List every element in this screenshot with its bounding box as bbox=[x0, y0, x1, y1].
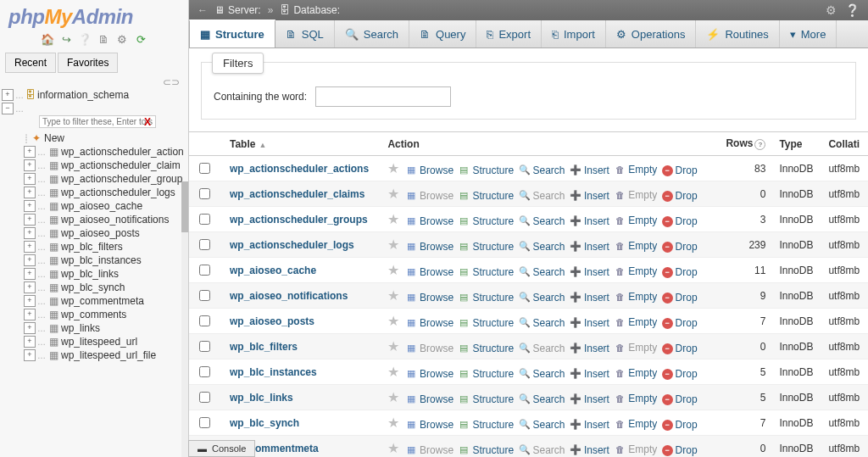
col-table[interactable]: Table▲ bbox=[223, 132, 381, 156]
table-name-link[interactable]: wp_actionscheduler_actions bbox=[230, 163, 369, 175]
help-icon[interactable]: ❔ bbox=[845, 3, 860, 17]
insert-action[interactable]: ➕Insert bbox=[570, 368, 609, 380]
settings-icon[interactable]: ⚙ bbox=[115, 32, 129, 46]
empty-action[interactable]: 🗑Empty bbox=[614, 164, 657, 176]
empty-action[interactable]: 🗑Empty bbox=[614, 316, 657, 328]
tab-query[interactable]: 🗎Query bbox=[409, 20, 476, 47]
drop-action[interactable]: −Drop bbox=[662, 317, 698, 329]
expand-icon[interactable]: + bbox=[24, 336, 36, 348]
insert-action[interactable]: ➕Insert bbox=[570, 215, 609, 227]
structure-action[interactable]: ▤Structure bbox=[458, 292, 514, 304]
tree-table-item[interactable]: wp_actionscheduler_group bbox=[61, 173, 182, 185]
favorite-star-icon[interactable]: ★ bbox=[387, 263, 399, 277]
drop-action[interactable]: −Drop bbox=[662, 393, 698, 405]
browse-action[interactable]: ▦Browse bbox=[405, 266, 453, 278]
row-checkbox[interactable] bbox=[199, 417, 210, 428]
tree-table-item[interactable]: wp_blc_filters bbox=[61, 241, 123, 253]
tab-structure[interactable]: ▦Structure bbox=[189, 20, 275, 47]
row-checkbox[interactable] bbox=[199, 188, 210, 199]
drop-action[interactable]: −Drop bbox=[662, 368, 698, 380]
row-checkbox[interactable] bbox=[199, 315, 210, 326]
search-action[interactable]: 🔍Search bbox=[519, 266, 565, 278]
tab-search[interactable]: 🔍Search bbox=[335, 20, 409, 47]
rows-help-icon[interactable]: ? bbox=[754, 139, 765, 150]
search-action[interactable]: 🔍Search bbox=[519, 343, 565, 354]
expand-icon[interactable]: + bbox=[2, 89, 14, 101]
row-checkbox[interactable] bbox=[199, 366, 210, 377]
empty-action[interactable]: 🗑Empty bbox=[614, 342, 657, 354]
empty-action[interactable]: 🗑Empty bbox=[614, 189, 657, 201]
expand-icon[interactable]: + bbox=[24, 241, 36, 253]
search-action[interactable]: 🔍Search bbox=[519, 215, 565, 227]
browse-action[interactable]: ▦Browse bbox=[405, 241, 453, 253]
favorite-star-icon[interactable]: ★ bbox=[387, 339, 399, 354]
col-collation[interactable]: Collati bbox=[821, 132, 868, 156]
expand-icon[interactable]: + bbox=[24, 254, 36, 266]
table-name-link[interactable]: wp_aioseo_notifications bbox=[230, 290, 348, 302]
drop-action[interactable]: −Drop bbox=[662, 343, 698, 354]
tree-table-item[interactable]: wp_litespeed_url bbox=[61, 336, 137, 348]
browse-action[interactable]: ▦Browse bbox=[405, 419, 453, 431]
tree-scrollbar[interactable] bbox=[181, 181, 188, 457]
empty-action[interactable]: 🗑Empty bbox=[614, 240, 657, 252]
browse-action[interactable]: ▦Browse bbox=[405, 393, 453, 405]
tab-operations[interactable]: ⚙Operations bbox=[606, 20, 697, 47]
browse-action[interactable]: ▦Browse bbox=[405, 343, 453, 354]
empty-action[interactable]: 🗑Empty bbox=[614, 291, 657, 303]
gear-icon[interactable]: ⚙ bbox=[826, 3, 837, 17]
logout-icon[interactable]: ↪ bbox=[59, 32, 73, 46]
recent-tab[interactable]: Recent bbox=[5, 53, 56, 73]
empty-action[interactable]: 🗑Empty bbox=[614, 367, 657, 379]
favorite-star-icon[interactable]: ★ bbox=[387, 161, 399, 176]
favorite-star-icon[interactable]: ★ bbox=[387, 212, 399, 226]
expand-icon[interactable]: + bbox=[24, 309, 36, 320]
browse-action[interactable]: ▦Browse bbox=[405, 444, 453, 456]
tree-table-item[interactable]: wp_actionscheduler_logs bbox=[61, 187, 175, 198]
browse-action[interactable]: ▦Browse bbox=[405, 215, 453, 227]
search-action[interactable]: 🔍Search bbox=[519, 419, 565, 431]
structure-action[interactable]: ▤Structure bbox=[458, 343, 514, 354]
tree-table-item[interactable]: wp_comments bbox=[61, 309, 126, 320]
table-name-link[interactable]: wp_actionscheduler_claims bbox=[230, 188, 364, 200]
insert-action[interactable]: ➕Insert bbox=[570, 444, 609, 456]
empty-action[interactable]: 🗑Empty bbox=[614, 215, 657, 226]
drop-action[interactable]: −Drop bbox=[662, 215, 698, 227]
favorites-tab[interactable]: Favorites bbox=[58, 53, 118, 73]
favorite-star-icon[interactable]: ★ bbox=[387, 314, 399, 328]
tree-table-item[interactable]: wp_aioseo_cache bbox=[61, 200, 142, 212]
db-item[interactable]: information_schema bbox=[37, 89, 129, 101]
structure-action[interactable]: ▤Structure bbox=[458, 444, 514, 456]
tab-sql[interactable]: 🗎SQL bbox=[275, 20, 335, 47]
favorite-star-icon[interactable]: ★ bbox=[387, 237, 399, 252]
favorite-star-icon[interactable]: ★ bbox=[387, 187, 399, 201]
table-name-link[interactable]: wp_blc_links bbox=[230, 392, 293, 404]
home-icon[interactable]: 🏠 bbox=[41, 32, 54, 46]
tree-table-item[interactable]: wp_blc_synch bbox=[61, 281, 125, 293]
database-crumb[interactable]: 🗄 Database: bbox=[280, 4, 340, 16]
sql-icon[interactable]: 🗎 bbox=[97, 32, 110, 46]
tab-more[interactable]: ▾More bbox=[780, 20, 837, 47]
new-table-link[interactable]: New bbox=[44, 132, 64, 144]
table-name-link[interactable]: wp_blc_instances bbox=[230, 366, 317, 378]
browse-action[interactable]: ▦Browse bbox=[405, 190, 453, 202]
drop-action[interactable]: −Drop bbox=[662, 444, 698, 456]
col-type[interactable]: Type bbox=[772, 132, 821, 156]
tree-table-item[interactable]: wp_actionscheduler_action bbox=[61, 146, 184, 158]
search-action[interactable]: 🔍Search bbox=[519, 444, 565, 456]
tree-table-item[interactable]: wp_commentmeta bbox=[61, 295, 144, 307]
table-name-link[interactable]: wp_actionscheduler_groups bbox=[230, 214, 368, 226]
row-checkbox[interactable] bbox=[199, 265, 210, 276]
tree-table-item[interactable]: wp_blc_instances bbox=[61, 254, 142, 266]
insert-action[interactable]: ➕Insert bbox=[570, 317, 609, 329]
expand-icon[interactable]: + bbox=[24, 159, 36, 171]
reload-icon[interactable]: ⟳ bbox=[134, 32, 147, 46]
insert-action[interactable]: ➕Insert bbox=[570, 393, 609, 405]
favorite-star-icon[interactable]: ★ bbox=[387, 415, 399, 430]
search-action[interactable]: 🔍Search bbox=[519, 190, 565, 202]
table-name-link[interactable]: wp_blc_synch bbox=[230, 417, 299, 429]
tab-import[interactable]: ⎗Import bbox=[542, 20, 606, 47]
browse-action[interactable]: ▦Browse bbox=[405, 317, 453, 329]
tree-table-item[interactable]: wp_aioseo_posts bbox=[61, 227, 140, 239]
drop-action[interactable]: −Drop bbox=[662, 190, 698, 202]
expand-icon[interactable]: + bbox=[24, 349, 36, 361]
